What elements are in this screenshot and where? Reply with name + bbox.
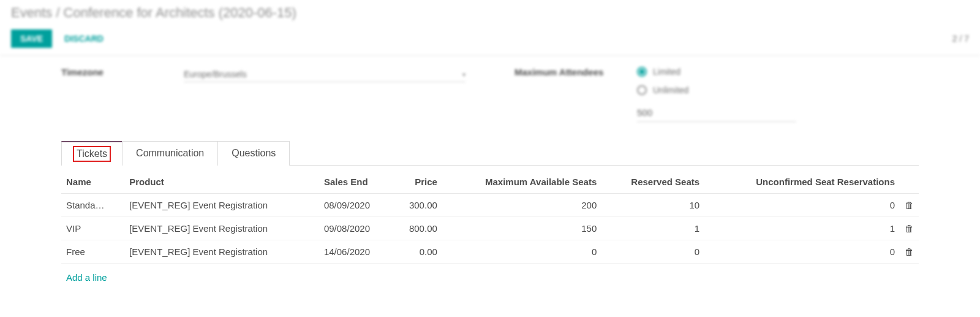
th-sales-end[interactable]: Sales End [319,168,393,194]
th-price[interactable]: Price [393,168,442,194]
cell-price[interactable]: 0.00 [393,240,442,264]
cell-reserved[interactable]: 1 [601,217,704,240]
cell-price[interactable]: 300.00 [393,194,442,217]
tab-questions-label: Questions [232,148,276,159]
cell-price[interactable]: 800.00 [393,217,442,240]
cell-reserved[interactable]: 0 [601,240,704,264]
cell-unconfirmed[interactable]: 0 [704,194,900,217]
timezone-value: Europe/Brussels [184,69,247,79]
max-attendees-radio-group: Limited Unlimited 500 [637,67,919,122]
cell-sales-end[interactable]: 08/09/2020 [319,194,393,217]
radio-unlimited-label: Unlimited [653,85,688,95]
th-product[interactable]: Product [124,168,319,194]
table-row[interactable]: Standa… [EVENT_REG] Event Registration 0… [61,194,919,217]
cell-unconfirmed[interactable]: 0 [704,240,900,264]
th-name[interactable]: Name [61,168,124,194]
discard-button[interactable]: DISCARD [64,34,104,44]
cell-max-seats[interactable]: 0 [442,240,601,264]
cell-product[interactable]: [EVENT_REG] Event Registration [124,240,319,264]
form-fields: Timezone Europe/Brussels ▾ Maximum Atten… [37,56,943,140]
radio-unlimited[interactable]: Unlimited [637,85,919,95]
timezone-label: Timezone [61,67,159,122]
breadcrumb-sep: / [52,5,63,20]
add-line-button[interactable]: Add a line [61,264,112,291]
pager[interactable]: 2 / 7 [952,34,969,44]
radio-limited-icon [637,67,647,77]
breadcrumb: Events / Conference for Architects (2020… [11,5,969,21]
table-row[interactable]: VIP [EVENT_REG] Event Registration 09/08… [61,217,919,240]
max-attendees-label: Maximum Attendees [514,67,612,122]
max-attendees-input[interactable]: 500 [637,104,796,122]
header-area: Events / Conference for Architects (2020… [0,0,980,56]
tab-questions[interactable]: Questions [217,141,290,166]
cell-name[interactable]: VIP [61,217,124,240]
tab-tickets[interactable]: Tickets [61,141,123,166]
cell-max-seats[interactable]: 200 [442,194,601,217]
chevron-down-icon: ▾ [462,71,466,78]
cell-name[interactable]: Standa… [61,194,124,217]
radio-unlimited-icon [637,85,647,95]
tab-bar: Tickets Communication Questions [61,140,919,166]
trash-icon[interactable]: 🗑 [900,194,919,217]
cell-product[interactable]: [EVENT_REG] Event Registration [124,194,319,217]
cell-name[interactable]: Free [61,240,124,264]
cell-product[interactable]: [EVENT_REG] Event Registration [124,217,319,240]
breadcrumb-root[interactable]: Events [11,5,52,20]
tab-communication-label: Communication [136,148,204,159]
th-max-seats[interactable]: Maximum Available Seats [442,168,601,194]
cell-sales-end[interactable]: 14/06/2020 [319,240,393,264]
trash-icon[interactable]: 🗑 [900,240,919,264]
cell-unconfirmed[interactable]: 1 [704,217,900,240]
radio-limited[interactable]: Limited [637,67,919,77]
cell-max-seats[interactable]: 150 [442,217,601,240]
trash-icon[interactable]: 🗑 [900,217,919,240]
th-unconfirmed[interactable]: Unconfirmed Seat Reservations [704,168,900,194]
table-row[interactable]: Free [EVENT_REG] Event Registration 14/0… [61,240,919,264]
breadcrumb-title: Conference for Architects (2020-06-15) [64,5,296,20]
th-reserved[interactable]: Reserved Seats [601,168,704,194]
cell-sales-end[interactable]: 09/08/2020 [319,217,393,240]
radio-limited-label: Limited [653,67,680,77]
tab-tickets-label: Tickets [75,148,108,159]
tab-communication[interactable]: Communication [122,141,218,166]
timezone-select[interactable]: Europe/Brussels ▾ [184,67,466,82]
table-header-row: Name Product Sales End Price Maximum Ava… [61,168,919,194]
cell-reserved[interactable]: 10 [601,194,704,217]
save-button[interactable]: SAVE [11,29,52,48]
tickets-table: Name Product Sales End Price Maximum Ava… [61,168,919,264]
